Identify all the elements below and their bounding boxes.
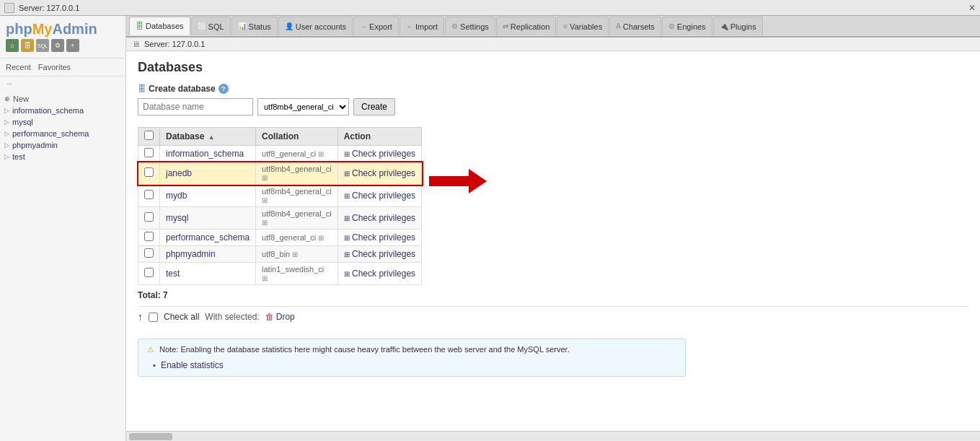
db-name-link[interactable]: mydb xyxy=(166,191,187,201)
db-name-label: phpmyadmin xyxy=(12,141,58,149)
create-db-section: 🗄 Create database ? utf8mb4_general_ci u… xyxy=(138,84,968,115)
scrollbar-bottom[interactable] xyxy=(126,431,980,441)
row-checkbox[interactable] xyxy=(144,268,154,277)
tab-variables[interactable]: ≡ Variables xyxy=(557,17,609,35)
tab-import[interactable]: ← Import xyxy=(399,17,444,35)
variables-tab-label: Variables xyxy=(570,22,602,31)
check-privileges-link[interactable]: Check privileges xyxy=(352,191,415,201)
check-privileges-link[interactable]: Check privileges xyxy=(352,268,415,279)
db-collation-cell: utf8mb4_general_ci ⊞ xyxy=(256,185,338,207)
row-checkbox[interactable] xyxy=(144,248,154,258)
tab-status[interactable]: 📊 Status xyxy=(231,17,278,35)
db-name-input[interactable] xyxy=(138,98,253,115)
action-icon: ⊞ xyxy=(344,170,350,178)
tab-replication[interactable]: ⇄ Replication xyxy=(496,17,556,35)
db-action-cell[interactable]: ⊞ Check privileges xyxy=(337,146,421,162)
sidebar-item-test[interactable]: ▷ test xyxy=(0,151,125,162)
note-text: Note: Enabling the database statistics h… xyxy=(159,345,570,354)
col-action: Action xyxy=(337,128,421,146)
tab-charsets[interactable]: A Charsets xyxy=(609,17,661,35)
tab-engines[interactable]: ⚙ Engines xyxy=(662,17,712,35)
home-icon[interactable]: ⌂ xyxy=(6,39,19,52)
db-name-link[interactable]: phpmyadmin xyxy=(166,249,216,259)
col-database[interactable]: Database ▲ xyxy=(160,128,256,146)
row-checkbox[interactable] xyxy=(144,148,154,157)
database-icon[interactable]: 🗄 xyxy=(21,39,34,52)
db-name-link[interactable]: test xyxy=(166,268,180,279)
logo: phpMyAdmin xyxy=(6,22,120,36)
tab-sql[interactable]: ⬜ SQL xyxy=(191,17,231,35)
row-checkbox[interactable] xyxy=(144,212,154,222)
content-area: 🗄 Databases ⬜ SQL 📊 Status 👤 User accoun… xyxy=(126,16,980,441)
check-privileges-link[interactable]: Check privileges xyxy=(352,149,415,159)
sql-tab-label: SQL xyxy=(208,22,224,31)
plus-icon[interactable]: + xyxy=(66,39,79,52)
db-name-link[interactable]: janedb xyxy=(166,168,192,178)
collation-icon: ⊞ xyxy=(318,234,324,242)
drop-icon: 🗑 xyxy=(265,312,274,322)
sidebar-item-phpmyadmin[interactable]: ▷ phpmyadmin xyxy=(0,139,125,151)
tab-settings[interactable]: ⚙ Settings xyxy=(445,17,495,35)
db-icon-small: 🗄 xyxy=(138,84,146,93)
svg-marker-0 xyxy=(429,169,487,193)
db-action-cell[interactable]: ⊞ Check privileges xyxy=(337,162,421,185)
collation-select[interactable]: utf8mb4_general_ci utf8_general_ci latin… xyxy=(257,98,349,115)
sql-icon[interactable]: SQL xyxy=(36,39,49,52)
db-name-link[interactable]: performance_schema xyxy=(166,232,250,243)
check-privileges-link[interactable]: Check privileges xyxy=(352,232,415,243)
tab-user-accounts[interactable]: 👤 User accounts xyxy=(278,17,353,35)
titlebar-close[interactable]: ✕ xyxy=(968,3,976,13)
row-checkbox-cell xyxy=(138,162,160,185)
export-tab-label: Export xyxy=(369,22,392,31)
db-expand-icon: ▷ xyxy=(4,107,9,114)
db-action-cell[interactable]: ⊞ Check privileges xyxy=(337,263,421,285)
gear-icon[interactable]: ⚙ xyxy=(51,39,64,52)
db-action-cell[interactable]: ⊞ Check privileges xyxy=(337,185,421,207)
engines-tab-icon: ⚙ xyxy=(668,22,675,30)
check-privileges-link[interactable]: Check privileges xyxy=(352,213,415,223)
table-row: test latin1_swedish_ci ⊞ ⊞ Check privile… xyxy=(138,263,422,285)
db-name-cell: information_schema xyxy=(160,146,256,162)
sidebar-item-performance-schema[interactable]: ▷ performance_schema xyxy=(0,128,125,139)
plugins-tab-label: Plugins xyxy=(730,22,756,31)
settings-tab-label: Settings xyxy=(460,22,489,31)
db-action-cell[interactable]: ⊞ Check privileges xyxy=(337,207,421,230)
check-privileges-link[interactable]: Check privileges xyxy=(352,168,415,178)
table-row: information_schema utf8_general_ci ⊞ ⊞ C… xyxy=(138,146,422,162)
logo-my: My xyxy=(32,21,53,37)
warning-icon: ⚠ xyxy=(147,345,154,354)
row-checkbox[interactable] xyxy=(144,232,154,241)
row-checkbox[interactable] xyxy=(144,167,154,177)
export-tab-icon: → xyxy=(360,22,367,30)
sidebar-item-mysql[interactable]: ▷ mysql xyxy=(0,116,125,128)
recent-nav[interactable]: Recent Favorites xyxy=(0,61,125,73)
sidebar-toggle[interactable]: ↔ xyxy=(0,77,125,90)
sidebar-new[interactable]: ⊕ New xyxy=(0,93,125,105)
select-all-checkbox[interactable] xyxy=(144,131,154,140)
check-all-checkbox[interactable] xyxy=(149,313,158,322)
server-bar: 🖥 Server: 127.0.0.1 xyxy=(126,38,980,51)
db-name-link[interactable]: information_schema xyxy=(166,149,244,159)
status-tab-icon: 📊 xyxy=(238,22,247,30)
db-action-cell[interactable]: ⊞ Check privileges xyxy=(337,246,421,263)
db-collation-cell: utf8_general_ci ⊞ xyxy=(256,230,338,246)
sidebar-item-information-schema[interactable]: ▷ information_schema xyxy=(0,105,125,116)
window-icon xyxy=(4,3,14,13)
tab-databases[interactable]: 🗄 Databases xyxy=(129,17,190,35)
titlebar: Server: 127.0.0.1 ✕ xyxy=(0,0,980,16)
sidebar-db-list: ⊕ New ▷ information_schema ▷ mysql ▷ per… xyxy=(0,90,125,165)
check-privileges-link[interactable]: Check privileges xyxy=(352,249,415,259)
info-icon[interactable]: ? xyxy=(218,84,229,94)
create-button[interactable]: Create xyxy=(353,98,395,115)
db-action-cell[interactable]: ⊞ Check privileges xyxy=(337,230,421,246)
row-checkbox[interactable] xyxy=(144,190,154,199)
enable-stats-link[interactable]: Enable statistics xyxy=(161,360,224,370)
collation-icon: ⊞ xyxy=(262,219,268,227)
db-name-link[interactable]: mysql xyxy=(166,213,188,223)
import-tab-icon: ← xyxy=(406,22,413,30)
server-label: Server: 127.0.0.1 xyxy=(144,40,205,48)
tab-plugins[interactable]: 🔌 Plugins xyxy=(713,17,763,35)
drop-button[interactable]: 🗑 Drop xyxy=(265,312,295,322)
collation-icon: ⊞ xyxy=(262,196,268,204)
tab-export[interactable]: → Export xyxy=(353,17,399,35)
